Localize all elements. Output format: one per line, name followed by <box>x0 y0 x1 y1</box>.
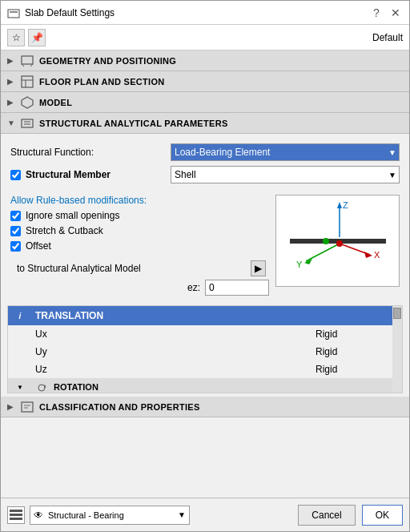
pin-button[interactable]: 📌 <box>28 29 46 46</box>
svg-rect-28 <box>10 510 22 512</box>
bottom-icon <box>10 510 22 521</box>
floor-plan-arrow: ▶ <box>7 77 15 86</box>
model-title: MODEL <box>39 98 72 107</box>
section-geometry[interactable]: ▶ GEOMETRY AND POSITIONING <box>1 50 409 71</box>
structural-arrow: ▼ <box>7 119 15 127</box>
bottom-bar: 👁 Structural - Bearing ▼ Cancel OK <box>1 498 409 531</box>
content-area: ▶ GEOMETRY AND POSITIONING ▶ FLOOR PLAN … <box>1 50 409 498</box>
rotation-text: ROTATION <box>54 382 98 392</box>
structural-function-label: Structural Function: <box>10 147 171 158</box>
axis-diagram: Z Y X <box>282 197 394 285</box>
svg-line-16 <box>306 244 340 261</box>
classification-title: CLASSIFICATION AND PROPERTIES <box>39 402 200 412</box>
model-icon <box>20 95 34 110</box>
svg-rect-25 <box>22 402 33 412</box>
star-icon: ☆ <box>12 32 21 43</box>
floor-plan-title: FLOOR PLAN AND SECTION <box>39 77 165 87</box>
svg-point-23 <box>323 238 329 244</box>
title-bar: Slab Default Settings ? ✕ <box>1 1 409 25</box>
structural-body: Allow Rule-based modifications: Ignore s… <box>10 195 400 299</box>
stretch-checkbox[interactable] <box>10 226 21 236</box>
allow-rule-label: Allow Rule-based modifications: <box>10 195 147 206</box>
svg-rect-5 <box>22 76 33 87</box>
table-col1-header: i <box>8 312 32 320</box>
svg-point-24 <box>38 385 45 391</box>
checkbox-stretch: Stretch & Cutback <box>10 225 269 236</box>
offset-checkbox[interactable] <box>10 241 21 252</box>
svg-rect-30 <box>10 518 22 520</box>
checkbox-ignore: Ignore small openings <box>10 210 269 221</box>
model-arrow: ▶ <box>7 98 15 107</box>
ignore-checkbox[interactable] <box>10 211 21 221</box>
svg-text:Y: Y <box>296 260 303 269</box>
uy-label: Uy <box>32 346 312 357</box>
structural-title: STRUCTURAL ANALYTICAL PARAMETERS <box>39 119 228 128</box>
table-row[interactable]: Uy Rigid <box>8 343 392 361</box>
bottom-left: 👁 Structural - Bearing ▼ <box>7 506 293 525</box>
structural-member-checkbox[interactable] <box>10 170 21 180</box>
allow-rule-row: Allow Rule-based modifications: <box>10 195 269 206</box>
uz-label: Uz <box>32 364 312 375</box>
favorite-button[interactable]: ☆ <box>7 29 25 46</box>
svg-rect-2 <box>22 56 33 64</box>
window-title: Slab Default Settings <box>25 7 369 18</box>
section-structural[interactable]: ▼ STRUCTURAL ANALYTICAL PARAMETERS <box>1 113 409 134</box>
structural-function-select[interactable]: Load-Bearing Element <box>171 143 400 161</box>
axis-diagram-container: Z Y X <box>275 195 400 287</box>
section-classification[interactable]: ▶ CLASSIFICATION AND PROPERTIES <box>1 397 409 417</box>
svg-marker-14 <box>337 202 342 208</box>
ignore-label: Ignore small openings <box>26 210 119 221</box>
svg-rect-0 <box>8 10 19 18</box>
svg-marker-20 <box>364 252 372 258</box>
help-button[interactable]: ? <box>369 7 384 18</box>
model-btn-label: to Structural Analytical Model <box>17 263 251 274</box>
table-inner: i TRANSLATION Ux Rigid Uy Ri <box>8 306 392 393</box>
scroll-thumb[interactable] <box>393 308 401 319</box>
pin-icon: 📌 <box>31 32 43 43</box>
svg-marker-8 <box>22 97 33 108</box>
structural-member-select[interactable]: Shell <box>171 166 400 183</box>
structural-member-row: Structural Member Shell ▼ <box>10 166 400 183</box>
default-label: Default <box>372 32 403 43</box>
ux-label: Ux <box>32 328 312 340</box>
rotation-col1: ▼ <box>8 384 32 391</box>
structural-function-select-wrapper[interactable]: Load-Bearing Element ▼ <box>171 143 400 161</box>
rotation-header: ▼ ROTATION <box>8 378 392 393</box>
translation-table: i TRANSLATION Ux Rigid Uy Ri <box>7 305 403 393</box>
bottom-icon-button[interactable] <box>7 506 25 524</box>
uz-value: Rigid <box>312 364 392 375</box>
ez-label: ez: <box>17 282 205 293</box>
svg-text:X: X <box>374 250 380 260</box>
cancel-button[interactable]: Cancel <box>298 505 355 526</box>
window-icon <box>7 6 20 19</box>
floor-plan-icon <box>20 75 34 89</box>
scrollbar[interactable] <box>392 306 402 393</box>
table-row[interactable]: Ux Rigid <box>8 325 392 343</box>
bearing-text: Structural - Bearing <box>46 510 175 520</box>
section-model[interactable]: ▶ MODEL <box>1 92 409 113</box>
ez-row: ez: <box>10 280 269 296</box>
stretch-label: Stretch & Cutback <box>26 225 103 236</box>
offset-label: Offset <box>26 240 51 252</box>
table-row[interactable]: Uz Rigid <box>8 361 392 378</box>
toolbar: ☆ 📌 Default <box>1 25 409 50</box>
checkbox-offset: Offset <box>10 240 269 252</box>
svg-rect-29 <box>10 514 22 516</box>
structural-member-select-wrapper[interactable]: Shell ▼ <box>171 166 400 183</box>
table-i-icon: i <box>19 312 22 320</box>
svg-point-22 <box>336 240 343 247</box>
structural-body-left: Allow Rule-based modifications: Ignore s… <box>10 195 269 299</box>
structural-member-label: Structural Member <box>26 169 111 180</box>
classification-arrow: ▶ <box>7 402 15 411</box>
geometry-title: GEOMETRY AND POSITIONING <box>39 56 176 66</box>
ok-button[interactable]: OK <box>362 505 403 526</box>
ux-value: Rigid <box>312 328 392 340</box>
uy-value: Rigid <box>312 346 392 357</box>
close-button[interactable]: ✕ <box>388 7 403 18</box>
ez-input[interactable] <box>205 280 269 296</box>
bearing-selector[interactable]: 👁 Structural - Bearing ▼ <box>30 506 190 525</box>
bearing-icon: 👁 <box>30 510 46 521</box>
model-button[interactable]: ▶ <box>251 260 266 276</box>
section-floor-plan[interactable]: ▶ FLOOR PLAN AND SECTION <box>1 71 409 92</box>
bottom-right: Cancel OK <box>298 505 403 526</box>
